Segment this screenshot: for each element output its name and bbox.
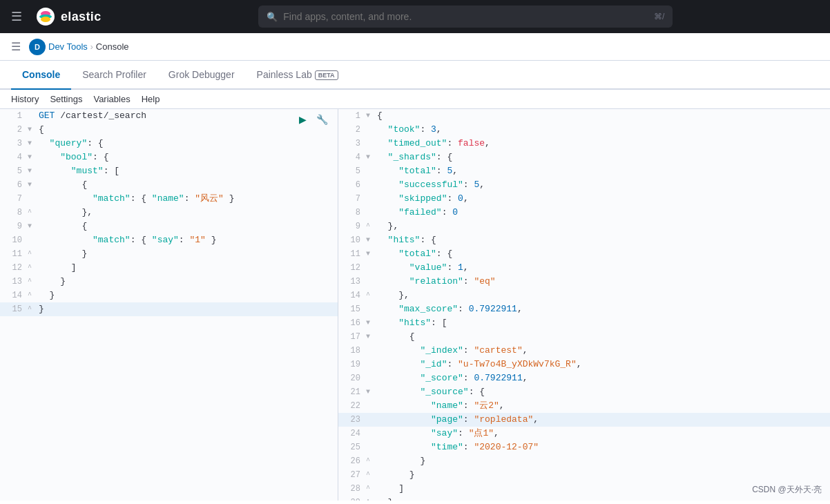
code-line: 20 "_score": 0.7922911, xyxy=(338,371,830,385)
code-line: 27 ^ } xyxy=(338,468,830,482)
code-line: 9 ^ }, xyxy=(338,220,830,233)
breadcrumb-link-devtools[interactable]: Dev Tools xyxy=(48,41,88,52)
code-line: 28 ^ ] xyxy=(338,482,830,496)
code-line: 14 ^ }, xyxy=(338,289,830,302)
code-line: 3 ▼ "query": { xyxy=(0,137,338,151)
code-line: 2 ▼ { xyxy=(0,123,338,137)
toolbar-variables[interactable]: Variables xyxy=(93,94,130,104)
code-line: 7 "match": { "name": "风云" } xyxy=(0,192,338,206)
code-line: 10 "match": { "say": "1" } xyxy=(0,233,338,247)
code-line: 21 ▼ "_source": { xyxy=(338,385,830,399)
wrench-button[interactable]: 🔧 xyxy=(314,112,329,127)
breadcrumb-bar: ☰ D Dev Tools › Console xyxy=(0,33,830,61)
code-line: 29 ^ } xyxy=(338,496,830,501)
code-line: 10 ▼ "hits": { xyxy=(338,233,830,247)
code-line: 4 ▼ "_shards": { xyxy=(338,151,830,164)
code-line: 8 ^ }, xyxy=(0,206,338,220)
code-line: 25 "time": "2020-12-07" xyxy=(338,440,830,454)
right-code-editor: 1 ▼ { 2 "took": 3, 3 "timed_out": false,… xyxy=(338,109,830,501)
code-line: 15 ^ } xyxy=(0,302,338,316)
code-line: 16 ▼ "hits": [ xyxy=(338,316,830,330)
svg-point-3 xyxy=(41,17,50,22)
code-line: 13 ^ } xyxy=(0,275,338,289)
code-line: 12 "value": 1, xyxy=(338,261,830,275)
toolbar-help[interactable]: Help xyxy=(142,94,160,104)
code-line: 24 "say": "点1", xyxy=(338,427,830,440)
code-line: 3 "timed_out": false, xyxy=(338,137,830,151)
code-line: 19 "_id": "u-Tw7o4B_yXDkWv7kG_R", xyxy=(338,358,830,371)
right-panel: 1 ▼ { 2 "took": 3, 3 "timed_out": false,… xyxy=(338,109,830,501)
toolbar-settings[interactable]: Settings xyxy=(50,94,82,104)
breadcrumb-separator: › xyxy=(90,42,93,52)
code-line-highlighted: 23 "page": "ropledata", xyxy=(338,413,830,427)
tab-console[interactable]: Console xyxy=(11,61,71,90)
editor-area: ▶ 🔧 1 GET /cartest/_search 2 ▼ { 3 ▼ "qu… xyxy=(0,109,830,501)
avatar: D xyxy=(29,39,46,55)
toolbar: History Settings Variables Help xyxy=(0,90,830,109)
left-code-editor[interactable]: 1 GET /cartest/_search 2 ▼ { 3 ▼ "query"… xyxy=(0,109,338,501)
breadcrumb-current: Console xyxy=(96,41,129,52)
code-line: 9 ▼ { xyxy=(0,220,338,233)
action-buttons: ▶ 🔧 xyxy=(295,112,329,127)
code-line: 15 "max_score": 0.7922911, xyxy=(338,302,830,316)
code-line: 11 ▼ "total": { xyxy=(338,247,830,261)
code-line: 6 "successful": 5, xyxy=(338,178,830,192)
code-line: 1 ▼ { xyxy=(338,109,830,123)
code-line: 22 "name": "云2", xyxy=(338,399,830,413)
toolbar-history[interactable]: History xyxy=(11,94,39,104)
code-line: 12 ^ ] xyxy=(0,261,338,275)
tab-bar: Console Search Profiler Grok Debugger Pa… xyxy=(0,61,830,90)
code-line: 17 ▼ { xyxy=(338,330,830,344)
code-line: 8 "failed": 0 xyxy=(338,206,830,220)
code-line: 4 ▼ "bool": { xyxy=(0,151,338,164)
code-line: 2 "took": 3, xyxy=(338,123,830,137)
code-line: 14 ^ } xyxy=(0,289,338,302)
code-line: 5 ▼ "must": [ xyxy=(0,164,338,178)
elastic-brand-text: elastic xyxy=(61,10,102,24)
global-search-bar[interactable]: 🔍 ⌘/ xyxy=(258,6,673,28)
top-bar: ☰ elastic 🔍 ⌘/ xyxy=(0,0,830,33)
left-panel: ▶ 🔧 1 GET /cartest/_search 2 ▼ { 3 ▼ "qu… xyxy=(0,109,338,501)
code-line: 1 GET /cartest/_search xyxy=(0,109,338,123)
tab-grok-debugger[interactable]: Grok Debugger xyxy=(157,61,246,90)
code-line: 18 "_index": "cartest", xyxy=(338,344,830,358)
code-line: 26 ^ } xyxy=(338,454,830,468)
tab-search-profiler[interactable]: Search Profiler xyxy=(71,61,157,90)
elastic-logo: elastic xyxy=(36,7,102,26)
hamburger-icon[interactable]: ☰ xyxy=(11,9,22,24)
tab-painless-lab[interactable]: Painless LabBETA xyxy=(246,61,349,90)
code-line: 6 ▼ { xyxy=(0,178,338,192)
code-line: 13 "relation": "eq" xyxy=(338,275,830,289)
sidebar-toggle-icon[interactable]: ☰ xyxy=(11,40,21,53)
search-icon: 🔍 xyxy=(267,12,278,22)
breadcrumb-item-devtools: D Dev Tools xyxy=(29,39,88,55)
code-line: 5 "total": 5, xyxy=(338,164,830,178)
search-shortcut-hint: ⌘/ xyxy=(654,12,664,21)
beta-badge: BETA xyxy=(315,70,338,80)
global-search-input[interactable] xyxy=(283,11,648,22)
elastic-logo-svg xyxy=(36,7,55,26)
code-line: 11 ^ } xyxy=(0,247,338,261)
code-line: 7 "skipped": 0, xyxy=(338,192,830,206)
run-button[interactable]: ▶ xyxy=(295,112,310,127)
